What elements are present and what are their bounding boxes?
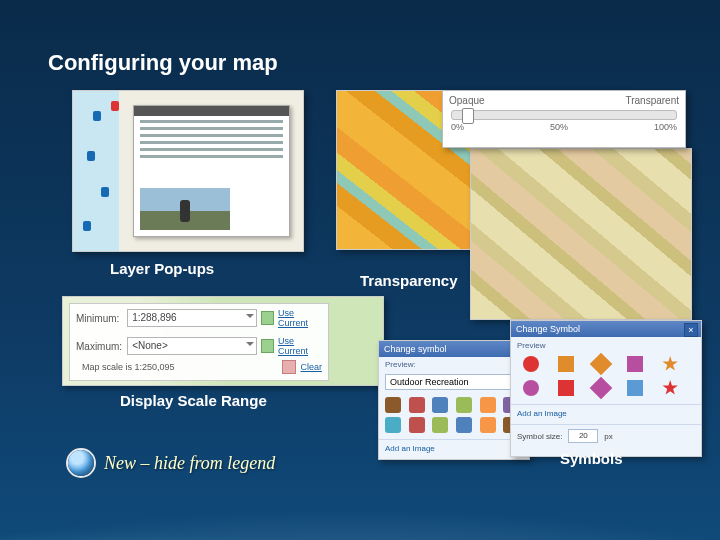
clear-icon bbox=[282, 360, 296, 374]
shape-circle-icon[interactable] bbox=[523, 356, 539, 372]
min-scale-combo[interactable]: 1:288,896 bbox=[127, 309, 257, 327]
symbol-icon[interactable] bbox=[409, 417, 425, 433]
use-current-link[interactable]: Use Current bbox=[278, 336, 322, 356]
screenshot-scale-range: Minimum: 1:288,896 Use Current Maximum: … bbox=[62, 296, 384, 386]
dialog-title: Change Symbol bbox=[516, 324, 580, 334]
preview-label: Preview bbox=[511, 337, 701, 350]
slider-label-transparent: Transparent bbox=[625, 95, 679, 106]
symbol-icon[interactable] bbox=[385, 397, 401, 413]
shape-star-icon[interactable] bbox=[662, 380, 678, 396]
screenshot-layer-popups bbox=[72, 90, 304, 252]
symbol-icon[interactable] bbox=[456, 417, 472, 433]
shape-diamond-icon[interactable] bbox=[589, 377, 612, 400]
slide-title: Configuring your map bbox=[48, 50, 278, 76]
slider-tick: 50% bbox=[550, 122, 568, 132]
max-scale-label: Maximum: bbox=[76, 341, 123, 352]
map-popup[interactable] bbox=[133, 105, 290, 237]
screenshot-transparency-transparent bbox=[470, 148, 692, 320]
new-feature-line: New – hide from legend bbox=[68, 450, 275, 476]
label-scale-range: Display Scale Range bbox=[120, 392, 267, 409]
shape-square-icon[interactable] bbox=[627, 380, 643, 396]
size-label: Symbol size: bbox=[517, 432, 562, 441]
symbol-icon[interactable] bbox=[409, 397, 425, 413]
symbol-category-dropdown[interactable]: Outdoor Recreation bbox=[385, 374, 523, 390]
label-layer-popups: Layer Pop-ups bbox=[110, 260, 214, 277]
clear-link[interactable]: Clear bbox=[300, 362, 322, 372]
max-scale-combo[interactable]: <None> bbox=[127, 337, 257, 355]
shape-grid bbox=[511, 350, 701, 402]
map-pin-icon bbox=[93, 111, 101, 121]
transparency-slider-panel: Opaque Transparent 0% 50% 100% bbox=[442, 90, 686, 148]
map-pin-icon bbox=[101, 187, 109, 197]
px-label: px bbox=[604, 432, 612, 441]
symbol-icon[interactable] bbox=[432, 397, 448, 413]
shape-star-icon[interactable] bbox=[662, 356, 678, 372]
shape-square-icon[interactable] bbox=[558, 356, 574, 372]
transparency-slider[interactable] bbox=[451, 110, 677, 120]
label-transparency: Transparency bbox=[360, 272, 458, 289]
scale-icon bbox=[261, 339, 274, 353]
shape-square-icon[interactable] bbox=[627, 356, 643, 372]
globe-icon bbox=[68, 450, 94, 476]
map-pin-icon bbox=[111, 101, 119, 111]
shape-circle-icon[interactable] bbox=[523, 380, 539, 396]
symbol-icon[interactable] bbox=[480, 397, 496, 413]
use-current-link[interactable]: Use Current bbox=[278, 308, 322, 328]
slider-label-opaque: Opaque bbox=[449, 95, 485, 106]
map-pin-icon bbox=[83, 221, 91, 231]
scale-range-panel: Minimum: 1:288,896 Use Current Maximum: … bbox=[69, 303, 329, 381]
map-pin-icon bbox=[87, 151, 95, 161]
slider-thumb[interactable] bbox=[462, 108, 474, 124]
close-icon[interactable]: × bbox=[684, 323, 698, 337]
min-scale-label: Minimum: bbox=[76, 313, 123, 324]
popup-titlebar bbox=[134, 106, 289, 116]
add-image-link[interactable]: Add an Image bbox=[517, 409, 567, 418]
category-label: Preview: bbox=[379, 357, 529, 369]
scale-icon bbox=[261, 311, 274, 325]
screenshot-symbols-picture: Change symbol Preview: Outdoor Recreatio… bbox=[378, 340, 530, 460]
symbol-icon[interactable] bbox=[456, 397, 472, 413]
slide: Configuring your map Layer Pop-ups Opaqu… bbox=[0, 0, 720, 540]
label-symbols: Symbols bbox=[560, 450, 623, 467]
person-icon bbox=[180, 200, 190, 222]
shape-diamond-icon[interactable] bbox=[589, 353, 612, 376]
size-input[interactable]: 20 bbox=[568, 429, 598, 443]
dialog-header: Change Symbol × bbox=[511, 321, 701, 337]
dialog-header: Change symbol bbox=[379, 341, 529, 357]
add-image-link[interactable]: Add an Image bbox=[385, 444, 435, 453]
shape-square-icon[interactable] bbox=[558, 380, 574, 396]
screenshot-symbols-shapes: Change Symbol × Preview Add an Image Sym… bbox=[510, 320, 702, 457]
symbol-icon[interactable] bbox=[480, 417, 496, 433]
new-feature-text: New – hide from legend bbox=[104, 453, 275, 474]
current-scale-note: Map scale is 1:250,095 bbox=[76, 362, 181, 372]
slider-tick: 100% bbox=[654, 122, 677, 132]
popup-photo bbox=[140, 188, 230, 230]
symbol-icon[interactable] bbox=[432, 417, 448, 433]
symbol-icon[interactable] bbox=[385, 417, 401, 433]
symbol-grid bbox=[379, 395, 529, 435]
